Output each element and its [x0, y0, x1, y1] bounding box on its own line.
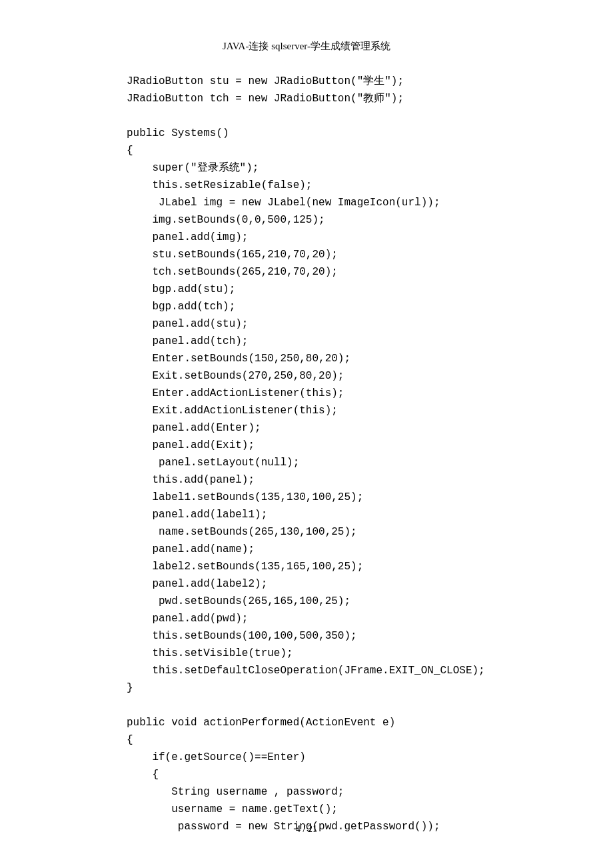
page-number: 4 / 21 — [0, 824, 613, 835]
document-page: JAVA-连接 sqlserver-学生成绩管理系统 JRadioButton … — [0, 0, 613, 868]
page-header: JAVA-连接 sqlserver-学生成绩管理系统 — [60, 40, 553, 53]
code-content: JRadioButton stu = new JRadioButton("学生"… — [127, 73, 553, 835]
